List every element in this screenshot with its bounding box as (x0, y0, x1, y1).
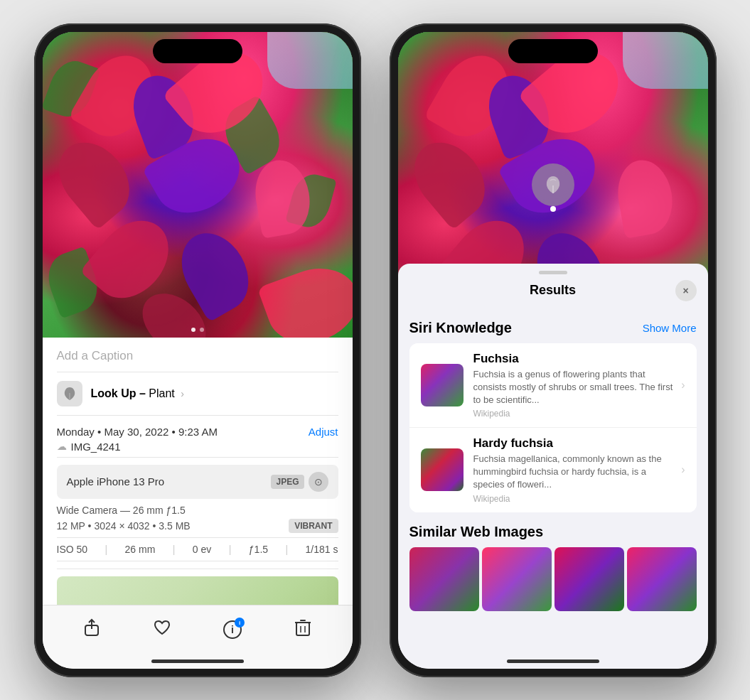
page-dot-1 (200, 328, 204, 332)
close-icon: × (682, 285, 688, 296)
info-panel: Add a Caption Look Up – Plant › (43, 338, 353, 647)
visual-lookup-icon (542, 173, 564, 196)
hardy-fuchsia-chevron-icon: › (681, 463, 685, 476)
filename-row: ☁ IMG_4241 (57, 441, 338, 453)
right-screen-content: Results × Siri Knowledge Show More (398, 32, 708, 669)
sep2: | (173, 544, 176, 555)
close-button[interactable]: × (675, 280, 697, 301)
adjust-button[interactable]: Adjust (309, 426, 338, 438)
specs-line2: 12 MP • 3024 × 4032 • 3.5 MB VIBRANT (57, 519, 338, 533)
delete-button[interactable] (287, 614, 318, 645)
leaf-icon (62, 386, 77, 402)
filename: IMG_4241 (71, 441, 121, 453)
share-icon (82, 618, 101, 641)
right-dynamic-island (508, 39, 598, 63)
right-sky-bg (623, 32, 708, 89)
result-hardy-fuchsia[interactable]: Hardy fuchsia Fuchsia magellanica, commo… (409, 428, 697, 512)
vl-dot (550, 206, 556, 212)
page-dot-active (191, 328, 195, 332)
fuchsia-content: Fuchsia Fuchsia is a genus of flowering … (473, 352, 676, 419)
heart-icon (153, 618, 171, 641)
right-home-indicator (507, 659, 599, 663)
fuchsia-source: Wikipedia (473, 409, 676, 419)
sep4: | (285, 544, 288, 555)
device-row: Apple iPhone 13 Pro JPEG ⊙ (57, 465, 338, 499)
sep3: | (229, 544, 232, 555)
fuchsia-chevron-icon: › (681, 379, 685, 392)
hardy-fuchsia-thumbnail (421, 448, 464, 491)
right-phone: Results × Siri Knowledge Show More (390, 23, 717, 677)
page-dots (191, 328, 204, 332)
siri-knowledge-header: Siri Knowledge Show More (398, 310, 708, 343)
device-badges: JPEG ⊙ (271, 472, 328, 492)
cloud-icon: ☁ (57, 441, 67, 452)
web-image-3[interactable] (555, 547, 624, 611)
device-name: Apple iPhone 13 Pro (67, 475, 165, 488)
lookup-chevron-icon: › (181, 388, 184, 399)
lookup-icon (57, 381, 82, 406)
svg-text:i: i (231, 624, 234, 635)
show-more-button[interactable]: Show More (643, 322, 697, 334)
shutter: 1/181 s (306, 544, 338, 555)
ev: 0 ev (193, 544, 211, 555)
info-badge: i (235, 618, 245, 628)
right-screen: Results × Siri Knowledge Show More (398, 32, 708, 669)
results-header: Results × (398, 280, 708, 310)
lookup-subject: Plant (149, 387, 174, 399)
date-row: Monday • May 30, 2022 • 9:23 AM Adjust (57, 426, 338, 438)
left-screen: Add a Caption Look Up – Plant › (43, 32, 353, 669)
caption-field[interactable]: Add a Caption (57, 338, 338, 372)
dynamic-island (153, 39, 242, 63)
fuchsia-name: Fuchsia (473, 352, 676, 366)
photo-date: Monday • May 30, 2022 • 9:23 AM (57, 426, 218, 438)
share-button[interactable] (76, 614, 107, 645)
meta-row: Monday • May 30, 2022 • 9:23 AM Adjust ☁… (57, 416, 338, 458)
location-icon: ⊙ (309, 472, 328, 492)
hardy-fuchsia-name: Hardy fuchsia (473, 436, 676, 451)
fuchsia-desc: Fuchsia is a genus of flowering plants t… (473, 368, 676, 407)
favorite-button[interactable] (146, 614, 178, 645)
web-image-4[interactable] (627, 547, 697, 611)
web-image-1[interactable] (409, 547, 479, 611)
photo-view[interactable] (43, 32, 353, 338)
info-button[interactable]: i i (217, 614, 248, 645)
left-screen-content: Add a Caption Look Up – Plant › (43, 32, 353, 669)
sep1: | (105, 544, 108, 555)
hardy-fuchsia-content: Hardy fuchsia Fuchsia magellanica, commo… (473, 436, 676, 504)
exif-row: ISO 50 | 26 mm | 0 ev | ƒ1.5 | 1/181 s (57, 538, 338, 561)
lookup-label: Look Up – Plant › (91, 387, 184, 400)
focal-length: 26 mm (125, 544, 156, 555)
iso: ISO 50 (57, 544, 88, 555)
trash-icon (294, 618, 311, 641)
info-icon: i i (223, 620, 242, 639)
results-panel: Results × Siri Knowledge Show More (398, 264, 708, 669)
fuchsia-thumbnail (421, 364, 464, 406)
caption-placeholder: Add a Caption (57, 349, 134, 362)
drag-handle[interactable] (539, 271, 567, 274)
sky-bg (267, 32, 353, 89)
lookup-row[interactable]: Look Up – Plant › (57, 372, 338, 416)
web-images-grid (409, 547, 697, 611)
hardy-fuchsia-source: Wikipedia (473, 494, 676, 504)
camera-type: Wide Camera — 26 mm ƒ1.5 (57, 505, 338, 516)
home-indicator (151, 659, 244, 663)
result-fuchsia[interactable]: Fuchsia Fuchsia is a genus of flowering … (409, 343, 697, 429)
vibrant-badge: VIBRANT (289, 519, 338, 533)
resolution: 12 MP • 3024 × 4032 • 3.5 MB (57, 520, 191, 532)
visual-lookup-button[interactable] (532, 163, 574, 206)
web-images-section: Similar Web Images (398, 524, 708, 611)
web-images-title: Similar Web Images (409, 524, 697, 540)
siri-knowledge-title: Siri Knowledge (409, 320, 512, 336)
camera-specs: Wide Camera — 26 mm ƒ1.5 12 MP • 3024 × … (57, 499, 338, 538)
svg-text:i: i (239, 620, 240, 626)
results-title: Results (431, 283, 675, 298)
aperture: ƒ1.5 (249, 544, 268, 555)
jpeg-badge: JPEG (271, 475, 304, 489)
svg-rect-5 (296, 623, 309, 635)
web-image-2[interactable] (482, 547, 552, 611)
siri-knowledge-results: Fuchsia Fuchsia is a genus of flowering … (409, 343, 697, 512)
left-phone: Add a Caption Look Up – Plant › (34, 23, 361, 677)
hardy-fuchsia-desc: Fuchsia magellanica, commonly known as t… (473, 453, 676, 492)
